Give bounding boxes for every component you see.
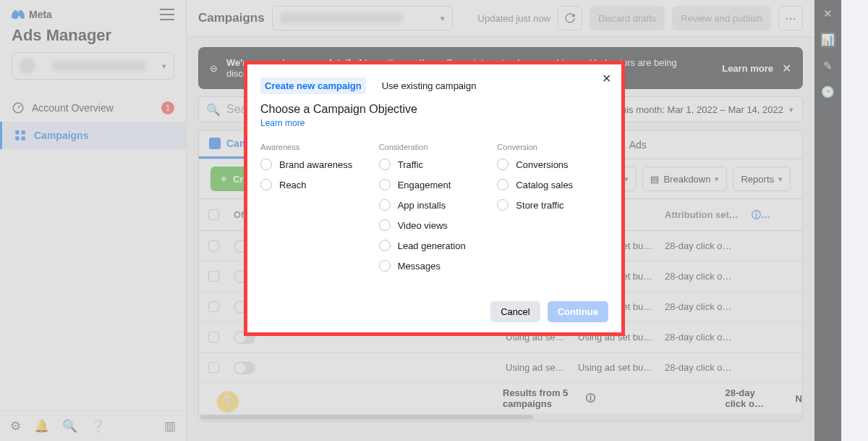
modal-learn-more[interactable]: Learn more xyxy=(260,118,608,128)
objective-brand-awareness[interactable]: Brand awareness xyxy=(260,159,372,170)
modal-close-icon[interactable]: ✕ xyxy=(602,72,611,85)
create-campaign-modal: ✕ Create new campaign Use existing campa… xyxy=(244,61,625,336)
modal-tab-new[interactable]: Create new campaign xyxy=(260,77,366,94)
objective-engagement[interactable]: Engagement xyxy=(379,179,490,190)
cancel-button[interactable]: Cancel xyxy=(490,301,540,322)
objective-col-conversion: Conversion xyxy=(497,143,608,151)
objective-catalog-sales[interactable]: Catalog sales xyxy=(497,179,608,190)
continue-button[interactable]: Continue xyxy=(548,301,608,322)
modal-tab-existing[interactable]: Use existing campaign xyxy=(378,77,481,94)
objective-reach[interactable]: Reach xyxy=(260,179,372,190)
objective-col-consideration: Consideration xyxy=(379,143,490,151)
objective-messages[interactable]: Messages xyxy=(379,260,490,272)
objective-traffic[interactable]: Traffic xyxy=(379,159,490,170)
objective-col-awareness: Awareness xyxy=(260,143,372,151)
objective-video-views[interactable]: Video views xyxy=(379,219,490,231)
modal-title: Choose a Campaign Objective xyxy=(260,103,608,116)
objective-conversions[interactable]: Conversions xyxy=(497,159,608,170)
objective-lead-generation[interactable]: Lead generation xyxy=(379,240,490,251)
objective-app-installs[interactable]: App installs xyxy=(379,199,490,211)
objective-store-traffic[interactable]: Store traffic xyxy=(497,199,608,211)
